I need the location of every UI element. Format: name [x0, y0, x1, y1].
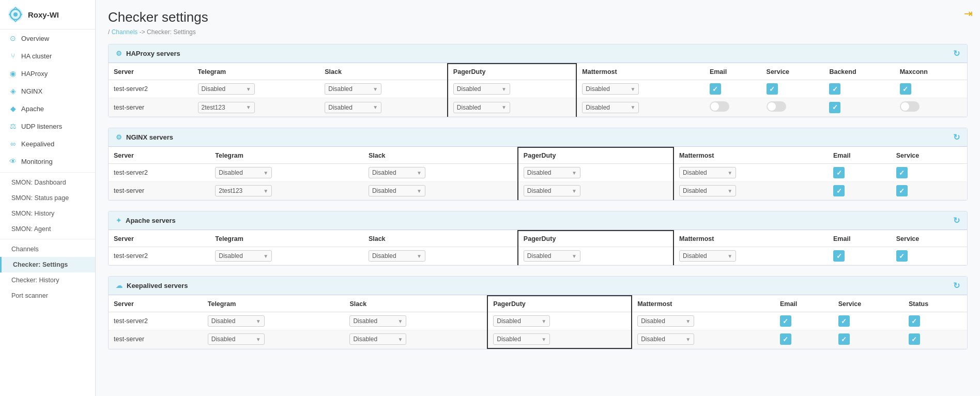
slack-select[interactable]: Disabled ▼ — [369, 250, 425, 262]
email-checkbox[interactable]: ✓ — [780, 315, 791, 327]
email-checkbox[interactable]: ✓ — [710, 83, 721, 95]
breadcrumb: / Channels -> Checker: Settings — [108, 28, 968, 36]
telegram-select[interactable]: Disabled ▼ — [215, 250, 272, 262]
slack-value: Disabled — [353, 317, 377, 325]
sidebar-item-smon-dashboard[interactable]: SMON: Dashboard — [0, 175, 95, 190]
sidebar-item-smon-history[interactable]: SMON: History — [0, 206, 95, 221]
status-checkbox[interactable]: ✓ — [909, 315, 920, 327]
pagerduty-select[interactable]: Disabled ▼ — [524, 167, 580, 178]
service-check-icon: ✓ — [899, 187, 905, 195]
breadcrumb-link[interactable]: Channels — [112, 28, 138, 36]
maxconn-checkbox[interactable]: ✓ — [900, 83, 911, 95]
backend-checkbox[interactable]: ✓ — [829, 83, 840, 95]
sidebar-item-checker-settings[interactable]: Checker: Settings — [0, 257, 95, 272]
pagerduty-select[interactable]: Disabled ▼ — [493, 333, 550, 345]
slack-select[interactable]: Disabled ▼ — [325, 83, 381, 95]
apache-col-email: Email — [828, 231, 891, 247]
pagerduty-value: Disabled — [527, 252, 552, 260]
mattermost-select[interactable]: Disabled ▼ — [582, 83, 639, 95]
sidebar-item-smon-agent[interactable]: SMON: Agent — [0, 221, 95, 237]
email-cell: ✓ — [828, 164, 891, 182]
telegram-select[interactable]: Disabled ▼ — [198, 83, 255, 95]
email-checkbox[interactable]: ✓ — [833, 250, 845, 262]
telegram-select[interactable]: 2test123 ▼ — [215, 185, 272, 196]
pagerduty-select[interactable]: Disabled ▼ — [453, 102, 510, 113]
service-cell: ✓ — [891, 247, 967, 265]
sidebar-label-keepalived: Keepalived — [21, 140, 54, 148]
telegram-select[interactable]: 2test123 ▼ — [198, 102, 255, 113]
keepalived-section-icon: ☁ — [116, 282, 122, 290]
email-toggle[interactable] — [710, 101, 729, 112]
sidebar-item-channels[interactable]: Channels — [0, 241, 95, 257]
slack-select[interactable]: Disabled ▼ — [349, 333, 406, 345]
haproxy-section: ⚙ HAProxy servers ↻ Server Telegram Slac… — [108, 44, 968, 117]
service-toggle-knob — [768, 102, 776, 111]
slack-cell: Disabled ▼ — [363, 182, 518, 200]
telegram-select[interactable]: Disabled ▼ — [208, 315, 265, 327]
service-checkbox[interactable]: ✓ — [896, 250, 908, 262]
service-checkbox[interactable]: ✓ — [896, 185, 908, 196]
server-name: test-server2 — [109, 80, 193, 98]
sidebar-item-overview[interactable]: ⊙ Overview — [0, 29, 95, 47]
pagerduty-select[interactable]: Disabled ▼ — [453, 83, 510, 95]
backend-checkbox[interactable]: ✓ — [829, 102, 840, 113]
mattermost-select[interactable]: Disabled ▼ — [679, 167, 736, 178]
mattermost-select[interactable]: Disabled ▼ — [637, 315, 694, 327]
service-checkbox[interactable]: ✓ — [767, 83, 778, 95]
keepalived-refresh-icon[interactable]: ↻ — [953, 281, 960, 291]
slack-select[interactable]: Disabled ▼ — [325, 102, 381, 113]
haproxy-refresh-icon[interactable]: ↻ — [953, 49, 960, 58]
sidebar: Roxy-WI ⊙ Overview ⑂ HA cluster ◉ HAProx… — [0, 0, 96, 396]
slack-select[interactable]: Disabled ▼ — [369, 167, 425, 178]
slack-arrow: ▼ — [398, 337, 403, 342]
maxconn-cell: ✓ — [895, 80, 967, 98]
telegram-select[interactable]: Disabled ▼ — [215, 167, 272, 178]
service-toggle[interactable] — [767, 101, 786, 112]
nginx-refresh-icon[interactable]: ↻ — [953, 132, 960, 142]
service-checkbox[interactable]: ✓ — [896, 167, 908, 178]
mattermost-select[interactable]: Disabled ▼ — [679, 250, 736, 262]
email-check-icon: ✓ — [836, 187, 842, 195]
telegram-value: 2test123 — [202, 104, 225, 111]
mattermost-cell: Disabled ▼ — [576, 80, 705, 98]
top-right-icon[interactable]: ⇥ — [964, 7, 973, 20]
telegram-select[interactable]: Disabled ▼ — [208, 333, 265, 345]
mattermost-select[interactable]: Disabled ▼ — [582, 102, 639, 113]
sidebar-item-monitoring[interactable]: 👁 Monitoring — [0, 153, 95, 170]
slack-arrow: ▼ — [417, 170, 422, 176]
service-checkbox[interactable]: ✓ — [838, 315, 850, 327]
mattermost-select[interactable]: Disabled ▼ — [637, 333, 694, 345]
email-checkbox[interactable]: ✓ — [833, 167, 845, 178]
pagerduty-cell: Disabled ▼ — [518, 247, 673, 265]
telegram-arrow: ▼ — [246, 104, 251, 110]
slack-select[interactable]: Disabled ▼ — [369, 185, 425, 196]
apache-refresh-icon[interactable]: ↻ — [953, 216, 960, 225]
sidebar-item-port-scanner[interactable]: Port scanner — [0, 288, 95, 303]
pagerduty-value: Disabled — [457, 104, 481, 111]
telegram-cell: Disabled ▼ — [210, 247, 363, 265]
server-name: test-server — [109, 98, 193, 117]
pagerduty-select[interactable]: Disabled ▼ — [524, 185, 580, 196]
sidebar-item-checker-history[interactable]: Checker: History — [0, 272, 95, 288]
sidebar-item-ha-cluster[interactable]: ⑂ HA cluster — [0, 47, 95, 65]
slack-select[interactable]: Disabled ▼ — [349, 315, 406, 327]
status-checkbox[interactable]: ✓ — [909, 333, 920, 345]
service-checkbox[interactable]: ✓ — [838, 333, 850, 345]
mattermost-select[interactable]: Disabled ▼ — [679, 185, 736, 196]
email-checkbox[interactable]: ✓ — [833, 185, 845, 196]
email-checkbox[interactable]: ✓ — [780, 333, 791, 345]
status-check-icon: ✓ — [911, 336, 917, 343]
sidebar-item-keepalived[interactable]: ∞ Keepalived — [0, 135, 95, 153]
sidebar-item-nginx[interactable]: ◈ NGINX — [0, 82, 95, 100]
pagerduty-value: Disabled — [497, 336, 521, 343]
slack-value: Disabled — [353, 336, 377, 343]
sidebar-item-udp[interactable]: ⚖ UDP listeners — [0, 117, 95, 135]
main-content: Checker settings / Channels -> Checker: … — [96, 0, 980, 396]
pagerduty-select[interactable]: Disabled ▼ — [493, 315, 550, 327]
sidebar-item-haproxy[interactable]: ◉ HAProxy — [0, 65, 95, 82]
sidebar-item-smon-status[interactable]: SMON: Status page — [0, 190, 95, 206]
apache-table-header-row: Server Telegram Slack PagerDuty Mattermo… — [109, 231, 967, 247]
maxconn-toggle[interactable] — [900, 101, 920, 112]
sidebar-item-apache[interactable]: ◆ Apache — [0, 100, 95, 117]
pagerduty-select[interactable]: Disabled ▼ — [524, 250, 580, 262]
